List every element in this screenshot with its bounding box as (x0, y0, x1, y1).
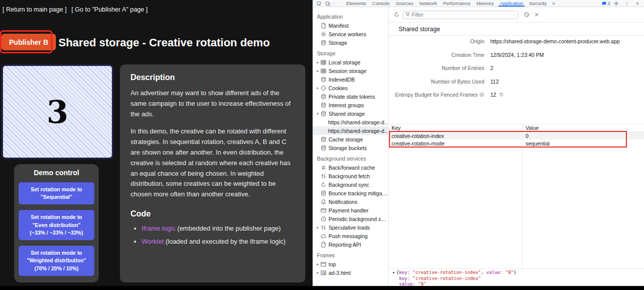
table-cell-key: creative-rotation-index (389, 133, 522, 139)
filter-input[interactable] (412, 12, 516, 18)
creative-number: 3 (46, 94, 68, 130)
sidebar-item-top[interactable]: ▸top (313, 260, 388, 268)
chevron-right-icon[interactable]: ▸ (315, 262, 320, 266)
preview-entry: key: "creative-rotation-index" (399, 276, 644, 281)
sidebar-item-speculative-loads[interactable]: ▸Speculative loads (313, 223, 388, 232)
preview-pane: ▼{key: "creative-rotation-index", value:… (389, 268, 644, 286)
tab-security[interactable]: Security (526, 0, 549, 7)
kebab-menu-icon[interactable] (622, 0, 631, 7)
tab-elements[interactable]: Elements (343, 0, 369, 7)
sidebar-item-background-sync[interactable]: Background sync (313, 180, 388, 189)
sidebar-item-label: Storage (329, 40, 347, 46)
iframe-icon (320, 270, 327, 276)
cookie-icon (320, 85, 327, 91)
sidebar-item-service-workers[interactable]: Service workers (313, 30, 388, 38)
chevron-right-icon[interactable]: ▸ (315, 69, 320, 73)
sidebar-item-manifest[interactable]: Manifest (313, 21, 388, 30)
database-icon (320, 136, 327, 142)
sidebar-item-label: Bounce tracking mitiga… (329, 190, 388, 196)
metadata-row: Creation Time12/9/2024, 1:23:40 PM (389, 48, 644, 62)
sidebar-item-session-storage[interactable]: ▸Session storage (313, 66, 388, 75)
delete-all-icon[interactable] (523, 11, 531, 19)
sidebar-item-label: Periodic background s… (329, 216, 386, 222)
tab-network[interactable]: Network (416, 0, 440, 7)
publisher-a-page-link[interactable]: [ Go to "Publisher A" page ] (72, 6, 148, 13)
sidebar-item-payment-handler[interactable]: Payment handler (313, 206, 388, 214)
preview-entry-value: "0" (418, 281, 426, 286)
settings-gear-icon[interactable] (612, 0, 621, 7)
info-icon[interactable] (479, 92, 484, 97)
metadata-value-text: 12 (490, 92, 496, 98)
chevron-right-icon[interactable]: ▸ (315, 86, 320, 90)
sidebar-item-cookies[interactable]: ▸Cookies (313, 84, 388, 92)
metadata-label-text: Number of Entries (441, 65, 484, 71)
expand-caret-icon[interactable]: ▼ (393, 271, 395, 275)
up-down-arrows-icon (320, 225, 327, 231)
table-row[interactable]: creative-rotation-index0 (389, 132, 644, 139)
tab-performance[interactable]: Performance (440, 0, 473, 7)
sidebar-item-label: Background sync (329, 182, 369, 188)
sidebar-item-label: Background fetch (329, 173, 370, 179)
sidebar-item-back-forward-cache[interactable]: Back/forward cache (313, 163, 388, 172)
rotation-mode-button-1[interactable]: Set rotation mode to "Sequential" (19, 182, 94, 204)
sidebar-item-https-shared-storage-d[interactable]: https://shared-storage-d… (313, 126, 388, 135)
inspect-icon[interactable] (314, 0, 324, 7)
reset-icon[interactable] (499, 92, 504, 97)
more-tabs-chevron[interactable]: » (550, 1, 558, 6)
close-devtools-icon[interactable] (633, 0, 642, 7)
sidebar-item-periodic-background-s[interactable]: Periodic background s… (313, 214, 388, 223)
sidebar-item-push-messaging[interactable]: Push messaging (313, 232, 388, 240)
sidebar-item-label: Payment handler (329, 207, 368, 213)
chevron-right-icon[interactable]: ▸ (315, 226, 320, 230)
tab-application[interactable]: Application (497, 0, 526, 7)
sidebar-item-storage[interactable]: Storage (313, 38, 388, 47)
sidebar-item-ad-3-html[interactable]: ▸ad-3.html (313, 268, 388, 277)
chevron-right-icon[interactable]: ▸ (315, 60, 320, 64)
table-cell-value: sequential (522, 140, 644, 147)
rotation-mode-button-3[interactable]: Set rotation mode to "Weighted distribut… (19, 246, 94, 276)
sidebar-item-label: Speculative loads (329, 225, 370, 231)
sidebar-item-label: Local storage (329, 59, 360, 65)
metadata-row: Number of Bytes Used112 (389, 75, 644, 89)
sidebar-item-storage-buckets[interactable]: Storage buckets (313, 143, 388, 152)
metadata-row: Originhttps://shared-storage-demo-conten… (389, 35, 644, 48)
rotation-mode-button-2[interactable]: Set rotation mode to "Even distribution"… (19, 210, 94, 240)
preview-token: , (481, 270, 486, 275)
sidebar-item-reporting-api[interactable]: Reporting API (313, 240, 388, 249)
refresh-icon[interactable] (393, 11, 401, 19)
code-link[interactable]: Worklet (142, 238, 164, 245)
table-cell-value: 0 (522, 133, 644, 139)
grid-header-key[interactable]: Key (389, 125, 522, 131)
return-main-page-link[interactable]: [ Return to main page ] (3, 6, 67, 13)
publisher-b-button[interactable]: Publisher B (2, 34, 56, 50)
tab-console[interactable]: Console (369, 0, 393, 7)
sidebar-item-interest-groups[interactable]: Interest groups (313, 101, 388, 109)
table-row[interactable]: creative-rotation-modesequential (389, 139, 644, 147)
sidebar-item-indexeddb[interactable]: IndexedDB (313, 75, 388, 84)
tab-sources[interactable]: Sources (393, 0, 416, 7)
description-paragraph-1: An advertiser may want to show different… (131, 88, 295, 119)
code-link[interactable]: Iframe logic (142, 225, 175, 232)
preview-summary[interactable]: ▼{key: "creative-rotation-index", value:… (393, 270, 644, 276)
chevron-down-icon[interactable]: ▾ (315, 112, 320, 116)
sidebar-item-bounce-tracking-mitiga[interactable]: Bounce tracking mitiga… (313, 189, 388, 197)
device-toolbar-icon[interactable] (324, 0, 333, 7)
code-bullet-item: Worklet (loaded and executed by the ifra… (142, 237, 295, 247)
sidebar-item-notifications[interactable]: Notifications (313, 197, 388, 206)
publisher-page: [ Return to main page ] [ Go to "Publish… (0, 0, 312, 286)
grid-header-value[interactable]: Value (522, 125, 644, 131)
console-messages-badge[interactable]: 2 (602, 1, 610, 6)
sidebar-item-private-state-tokens[interactable]: Private state tokens (313, 92, 388, 101)
sidebar-item-label: Storage buckets (329, 145, 367, 151)
chevron-right-icon[interactable]: ▸ (315, 271, 320, 275)
sidebar-item-background-fetch[interactable]: Background fetch (313, 172, 388, 180)
sidebar-item-cache-storage[interactable]: Cache storage (313, 135, 388, 143)
sidebar-item-local-storage[interactable]: ▸Local storage (313, 58, 388, 66)
sidebar-item-shared-storage[interactable]: ▾Shared storage (313, 109, 388, 118)
sync-icon (320, 182, 327, 188)
delete-selected-icon[interactable] (533, 11, 541, 19)
back-forward-icon (320, 165, 327, 171)
tab-memory[interactable]: Memory (474, 0, 497, 7)
messages-count: 2 (608, 1, 610, 6)
sidebar-item-https-shared-storage-d[interactable]: https://shared-storage-d… (313, 118, 388, 126)
